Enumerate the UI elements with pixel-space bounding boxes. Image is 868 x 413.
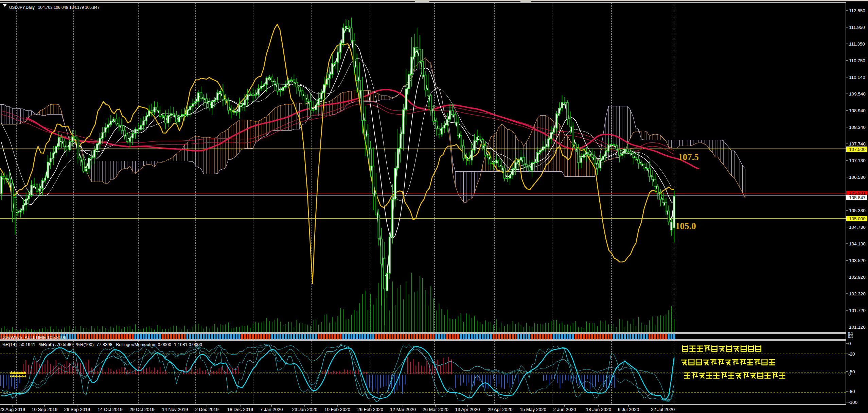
svg-text:15 May 2020: 15 May 2020 <box>520 407 546 412</box>
svg-text:13 Apr 2020: 13 Apr 2020 <box>455 407 480 412</box>
svg-text:10 Feb 2020: 10 Feb 2020 <box>324 407 350 412</box>
svg-text:10 Sep 2019: 10 Sep 2019 <box>32 407 58 412</box>
svg-text:110.750: 110.750 <box>849 58 865 63</box>
svg-text:14 Oct 2019: 14 Oct 2019 <box>98 407 123 412</box>
svg-text:26 Sep 2019: 26 Sep 2019 <box>64 407 90 412</box>
svg-text:104.730: 104.730 <box>849 225 866 230</box>
svg-text:-100: -100 <box>848 400 857 405</box>
svg-text:%R(14) -50.1941 %R(50) -70.5: %R(14) -50.1941 %R(50) -70.5560 %R(100) … <box>2 342 202 347</box>
svg-text:14 Nov 2019: 14 Nov 2019 <box>162 407 188 412</box>
svg-text:101.120: 101.120 <box>849 325 866 330</box>
svg-text:USDJPY,Daily 104.703 106.048: USDJPY,Daily 104.703 106.048 104.179 105… <box>9 5 100 10</box>
svg-text:0: 0 <box>848 341 851 346</box>
svg-text:18 Dec 2019: 18 Dec 2019 <box>227 407 253 412</box>
svg-text:105.847: 105.847 <box>849 195 866 200</box>
svg-text:107.130: 107.130 <box>849 158 866 163</box>
svg-text:-20: -20 <box>848 351 855 357</box>
svg-text:29 Oct 2019: 29 Oct 2019 <box>129 407 155 412</box>
svg-text:2 Dec 2019: 2 Dec 2019 <box>195 407 218 412</box>
svg-text:6 Jul 2020: 6 Jul 2020 <box>618 407 639 412</box>
svg-text:29 Apr 2020: 29 Apr 2020 <box>488 407 513 412</box>
svg-text:102.320: 102.320 <box>849 291 866 296</box>
svg-text:DowWave_ALLLTIME 105.8109: DowWave_ALLLTIME 105.8109 <box>1 335 66 340</box>
svg-text:109.540: 109.540 <box>849 91 866 97</box>
svg-text:23 Jan 2020: 23 Jan 2020 <box>292 407 317 412</box>
svg-text:111.950: 111.950 <box>849 25 865 30</box>
svg-text:103.520: 103.520 <box>849 258 866 263</box>
svg-text:0: 0 <box>848 372 851 377</box>
svg-text:26 Mar 2020: 26 Mar 2020 <box>423 407 448 412</box>
svg-text:105.330: 105.330 <box>849 208 866 213</box>
svg-text:22 Jul 2020: 22 Jul 2020 <box>651 407 675 412</box>
svg-text:108.940: 108.940 <box>849 108 866 113</box>
svg-text:2 Jun 2020: 2 Jun 2020 <box>553 407 576 412</box>
svg-text:111.350: 111.350 <box>849 41 865 47</box>
svg-text:107.740: 107.740 <box>849 141 866 147</box>
svg-text:106.530: 106.530 <box>849 175 866 180</box>
svg-text:110.140: 110.140 <box>849 75 865 80</box>
svg-text:112.550: 112.550 <box>849 8 865 13</box>
svg-text:105.0: 105.0 <box>675 221 696 231</box>
svg-text:108.340: 108.340 <box>849 125 866 130</box>
svg-text:107.500: 107.500 <box>849 147 866 152</box>
svg-text:18 Jun 2020: 18 Jun 2020 <box>586 407 611 412</box>
svg-text:12 Mar 2020: 12 Mar 2020 <box>390 407 416 412</box>
svg-text:105.000: 105.000 <box>849 216 866 221</box>
svg-text:-80: -80 <box>848 389 855 394</box>
svg-text:101.720: 101.720 <box>849 308 866 313</box>
svg-text:23 Aug 2019: 23 Aug 2019 <box>0 407 25 412</box>
svg-text:0.1: 0.1 <box>848 334 853 339</box>
svg-text:102.920: 102.920 <box>849 275 866 280</box>
svg-text:7 Jan 2020: 7 Jan 2020 <box>260 407 283 412</box>
svg-text:104.130: 104.130 <box>849 241 866 246</box>
svg-text:107.5: 107.5 <box>678 152 699 162</box>
svg-text:26 Feb 2020: 26 Feb 2020 <box>357 407 383 412</box>
